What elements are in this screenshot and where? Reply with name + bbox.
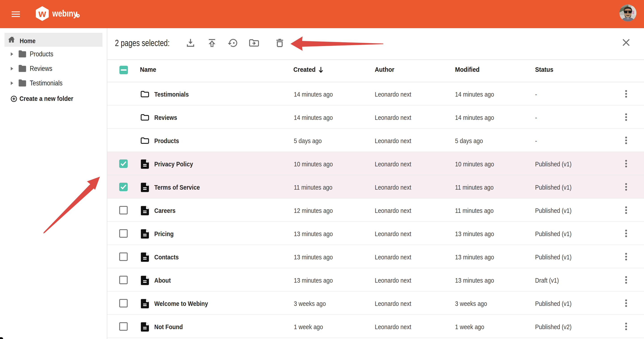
svg-text:webıny: webıny xyxy=(52,8,77,18)
svg-text:w: w xyxy=(38,8,46,19)
